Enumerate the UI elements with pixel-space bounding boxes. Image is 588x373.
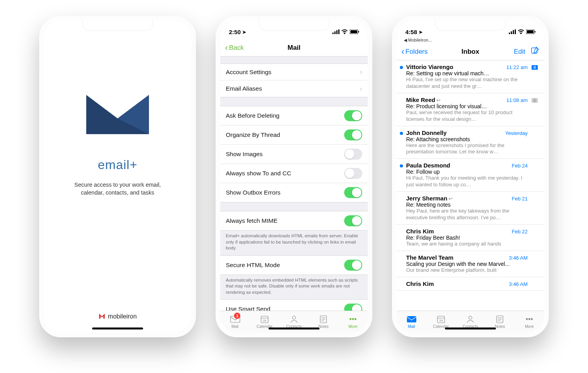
- status-time: 4:58: [405, 29, 417, 35]
- unread-indicator: [399, 64, 404, 90]
- reply-icon: ↩: [448, 196, 453, 202]
- reply-icon: ↩: [436, 97, 441, 103]
- svg-point-14: [292, 316, 296, 319]
- toggle[interactable]: [344, 168, 362, 179]
- settings-group-mime: Always fetch MIME: [220, 211, 368, 231]
- unread-indicator: [399, 254, 404, 274]
- unread-indicator: [399, 280, 404, 287]
- row-toggle[interactable]: Ask Before Deleting: [220, 106, 368, 126]
- message-subject: Re: Follow up: [406, 169, 528, 175]
- home-indicator[interactable]: [92, 328, 143, 329]
- toggle[interactable]: [344, 149, 362, 160]
- navbar: ‹ Back Mail: [220, 39, 368, 56]
- notes-icon: [496, 315, 504, 324]
- phone-splash: email+ Secure access to your work email,…: [39, 16, 196, 337]
- compose-icon[interactable]: [531, 46, 539, 57]
- svg-rect-9: [358, 31, 359, 33]
- message-row[interactable]: The Marvel Team3:46 AMScaling your Desig…: [397, 251, 544, 277]
- cellular-icon: [509, 29, 516, 35]
- toggle[interactable]: [344, 304, 362, 311]
- edit-button[interactable]: Edit: [514, 48, 525, 56]
- row-label: Organize By Thread: [226, 131, 344, 138]
- message-time: Yesterday: [505, 130, 528, 136]
- message-row[interactable]: Chris Kim3:46 AM: [397, 277, 544, 291]
- message-from: Paula Desmond: [406, 162, 510, 169]
- svg-point-31: [469, 316, 472, 319]
- message-preview: Hey Paul, here are the key takeways from…: [406, 208, 528, 221]
- app-subtitle: Secure access to your work email, calend…: [74, 181, 161, 197]
- row-toggle[interactable]: Show Images: [220, 145, 368, 164]
- svg-rect-24: [527, 30, 534, 33]
- message-from: Chris Kim: [406, 280, 506, 287]
- group-note: Automatically removes embedded HTML elem…: [220, 275, 368, 297]
- row-account-settings[interactable]: Account Settings ›: [220, 64, 368, 80]
- row-use-smart-send[interactable]: Use Smart Send: [220, 300, 368, 311]
- toggle[interactable]: [344, 129, 362, 140]
- app-title: email+: [98, 158, 137, 172]
- calendar-icon: 26: [437, 315, 445, 324]
- message-from: Mike Reed↩: [406, 96, 504, 103]
- row-always-fetch-mime[interactable]: Always fetch MIME: [220, 211, 368, 230]
- home-indicator[interactable]: [269, 328, 319, 329]
- svg-rect-5: [336, 30, 338, 34]
- unread-indicator: [399, 228, 404, 247]
- settings-group-smart-send: Use Smart Send: [220, 299, 368, 311]
- nav-title: Mail: [287, 44, 300, 52]
- tab-more[interactable]: ••• More: [515, 311, 544, 333]
- toggle[interactable]: [344, 215, 362, 226]
- toggle[interactable]: [344, 260, 362, 271]
- wifi-icon: [341, 29, 348, 35]
- row-toggle[interactable]: Show Outbox Errors: [220, 183, 368, 202]
- tab-more[interactable]: ••• More: [338, 311, 368, 333]
- svg-text:26: 26: [439, 319, 443, 322]
- message-subject: Re: Meeting notes: [406, 202, 528, 208]
- nav-back-button[interactable]: ‹ Folders: [401, 47, 461, 57]
- notch: [82, 20, 153, 31]
- toggle[interactable]: [344, 187, 362, 198]
- message-time: 11:08 am: [506, 97, 528, 103]
- svg-rect-4: [334, 31, 336, 34]
- message-row[interactable]: Mike Reed↩11:08 amRe: Product licensing …: [397, 93, 544, 126]
- back-to-app[interactable]: ◀ MobileIron...: [404, 38, 432, 43]
- row-secure-html-mode[interactable]: Secure HTML Mode: [220, 256, 368, 275]
- svg-text:26: 26: [263, 319, 266, 322]
- row-email-aliases[interactable]: Email Aliases ›: [220, 80, 368, 97]
- battery-icon: [350, 29, 359, 35]
- row-label: Show Outbox Errors: [226, 189, 344, 196]
- inbox-list[interactable]: Vittorio Viarengo11:22 amRe: Setting up …: [397, 60, 544, 311]
- mobileiron-icon: [98, 312, 105, 321]
- message-row[interactable]: Vittorio Viarengo11:22 amRe: Setting up …: [397, 60, 544, 93]
- group-note: Email+ automatically downloads HTML emai…: [220, 231, 368, 253]
- location-icon: ➤: [242, 29, 246, 35]
- unread-indicator: [399, 129, 404, 156]
- message-from: John Donnelly: [406, 129, 503, 136]
- row-toggle[interactable]: Organize By Thread: [220, 126, 368, 145]
- svg-rect-22: [515, 29, 516, 34]
- unread-indicator: [399, 96, 404, 123]
- message-from: Chris Kim: [406, 228, 510, 235]
- message-from: The Marvel Team: [406, 254, 506, 261]
- contacts-icon: [466, 315, 475, 324]
- message-preview: Hi Paul, I've set up the new virual mach…: [406, 76, 528, 90]
- tab-mail[interactable]: Mail: [397, 311, 426, 333]
- message-subject: Re: Friday Beer Bash!: [406, 235, 528, 241]
- message-row[interactable]: Jerry Sherman↩Feb 21Re: Meeting notesHey…: [397, 192, 544, 225]
- toggle[interactable]: [344, 110, 362, 121]
- location-icon: ➤: [419, 29, 423, 35]
- phone-inbox: 4:58 ➤ ◀ MobileIron... ‹ Folders: [392, 16, 549, 337]
- message-row[interactable]: Chris KimFeb 22Re: Friday Beer Bash!Team…: [397, 225, 544, 251]
- unread-indicator: [399, 162, 404, 188]
- svg-rect-20: [511, 31, 512, 34]
- row-toggle[interactable]: Always show To and CC: [220, 164, 368, 183]
- wifi-icon: [518, 29, 524, 35]
- message-time: 3:46 AM: [509, 281, 528, 287]
- message-row[interactable]: John DonnellyYesterdayRe: Attaching scre…: [397, 126, 544, 159]
- svg-rect-21: [513, 30, 514, 34]
- nav-back-button[interactable]: ‹ Back: [225, 43, 287, 53]
- home-indicator[interactable]: [445, 328, 496, 329]
- message-subject: Re: Product licensing for visual…: [406, 103, 528, 109]
- message-subject: Re: Attaching screenshots: [406, 136, 528, 142]
- tab-mail[interactable]: 1 Mail: [220, 311, 250, 333]
- message-row[interactable]: Paula DesmondFeb 24Re: Follow upHi Paul,…: [397, 159, 544, 192]
- svg-rect-8: [350, 30, 357, 33]
